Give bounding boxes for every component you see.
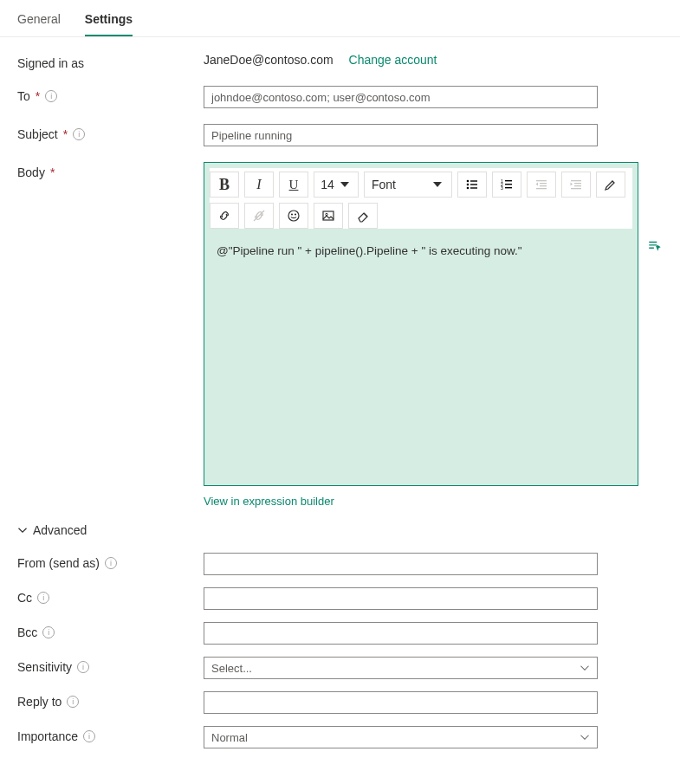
sensitivity-label: Sensitivity — [17, 660, 72, 674]
link-button[interactable] — [210, 203, 239, 229]
svg-rect-9 — [505, 180, 512, 181]
info-icon[interactable]: i — [105, 557, 117, 569]
info-icon[interactable]: i — [67, 696, 79, 708]
reply-to-label: Reply to — [17, 695, 62, 709]
sensitivity-select[interactable]: Select... — [204, 657, 598, 679]
svg-rect-16 — [571, 180, 581, 181]
importance-value: Normal — [211, 731, 248, 744]
svg-rect-17 — [574, 183, 581, 184]
bcc-input[interactable] — [204, 622, 598, 645]
advanced-label: Advanced — [33, 523, 87, 537]
indent-button[interactable] — [561, 172, 591, 198]
required-asterisk: * — [63, 127, 68, 141]
bullet-list-button[interactable] — [457, 172, 487, 198]
svg-rect-10 — [505, 184, 512, 185]
svg-text:3: 3 — [501, 185, 503, 191]
font-size-select[interactable]: 14 — [314, 172, 359, 198]
svg-rect-12 — [536, 180, 547, 181]
font-size-value: 14 — [321, 178, 334, 191]
bold-button[interactable]: B — [210, 172, 239, 198]
dynamic-content-button[interactable] — [647, 238, 663, 256]
subject-label: Subject — [17, 127, 58, 141]
svg-rect-24 — [323, 211, 334, 220]
chevron-down-icon — [17, 525, 28, 535]
info-icon[interactable]: i — [37, 592, 49, 604]
cc-input[interactable] — [204, 587, 598, 610]
from-label: From (send as) — [17, 556, 100, 570]
svg-rect-5 — [470, 187, 477, 188]
subject-input[interactable] — [204, 124, 598, 146]
emoji-button[interactable] — [279, 203, 308, 229]
svg-rect-4 — [470, 184, 477, 185]
eraser-button[interactable] — [348, 203, 378, 229]
font-family-value: Font — [372, 178, 396, 191]
body-label: Body — [17, 165, 45, 179]
svg-rect-13 — [540, 183, 547, 184]
required-asterisk: * — [36, 89, 40, 103]
tab-general[interactable]: General — [17, 7, 61, 36]
chevron-down-icon — [580, 663, 590, 673]
tabs-bar: General Settings — [0, 0, 680, 37]
change-account-link[interactable]: Change account — [349, 53, 437, 67]
svg-point-0 — [467, 180, 470, 183]
italic-button[interactable]: I — [244, 172, 274, 198]
body-editor: B I U 14 Font — [204, 162, 638, 486]
signed-in-label: Signed in as — [17, 56, 84, 70]
number-list-button[interactable]: 123 — [492, 172, 521, 198]
svg-point-2 — [467, 187, 470, 190]
svg-point-23 — [295, 214, 296, 216]
importance-select[interactable]: Normal — [204, 726, 598, 748]
signed-in-email: JaneDoe@contoso.com — [204, 53, 334, 67]
chevron-down-icon — [338, 178, 352, 191]
importance-label: Importance — [17, 729, 78, 743]
svg-rect-19 — [571, 188, 581, 189]
reply-to-input[interactable] — [204, 691, 598, 714]
svg-point-21 — [288, 211, 299, 221]
from-input[interactable] — [204, 553, 598, 575]
editor-toolbar: B I U 14 Font — [210, 168, 632, 229]
body-textarea[interactable]: @"Pipeline run " + pipeline().Pipeline +… — [204, 234, 638, 485]
svg-point-1 — [467, 184, 470, 186]
required-asterisk: * — [50, 165, 55, 179]
underline-button[interactable]: U — [279, 172, 308, 198]
info-icon[interactable]: i — [83, 730, 95, 742]
outdent-button[interactable] — [527, 172, 556, 198]
info-icon[interactable]: i — [45, 90, 57, 102]
info-icon[interactable]: i — [42, 626, 55, 638]
bcc-label: Bcc — [17, 625, 37, 639]
chevron-down-icon — [431, 178, 444, 191]
svg-rect-3 — [470, 180, 477, 181]
image-button[interactable] — [314, 203, 343, 229]
svg-rect-14 — [540, 185, 547, 186]
svg-point-22 — [291, 214, 293, 216]
info-icon[interactable]: i — [73, 128, 85, 140]
settings-form: Signed in as JaneDoe@contoso.com Change … — [0, 37, 680, 784]
chevron-down-icon — [580, 732, 590, 742]
highlight-button[interactable] — [596, 172, 625, 198]
sensitivity-value: Select... — [211, 662, 252, 675]
info-icon[interactable]: i — [77, 661, 89, 673]
advanced-toggle[interactable]: Advanced — [17, 523, 663, 537]
unlink-button[interactable] — [244, 203, 274, 229]
view-expression-builder-link[interactable]: View in expression builder — [204, 495, 334, 508]
cc-label: Cc — [17, 591, 32, 605]
font-family-select[interactable]: Font — [364, 172, 452, 198]
svg-rect-15 — [536, 188, 547, 189]
tab-settings[interactable]: Settings — [85, 7, 133, 36]
svg-rect-18 — [574, 185, 581, 186]
to-label: To — [17, 89, 30, 103]
svg-rect-11 — [505, 187, 512, 188]
to-input[interactable] — [204, 86, 598, 108]
